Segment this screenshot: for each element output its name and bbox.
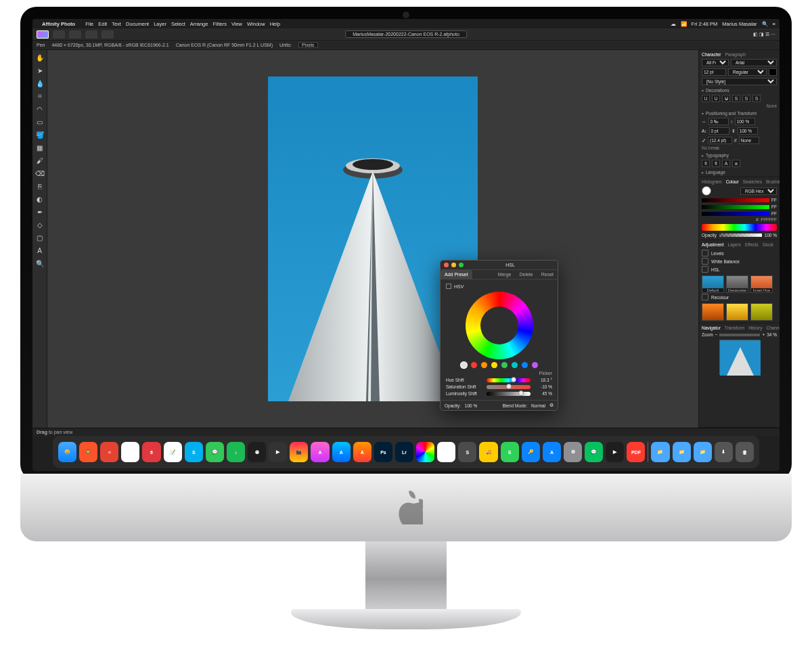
dock-sublime[interactable]: S (458, 442, 476, 462)
view-tool[interactable]: ✋ (35, 53, 45, 62)
tab-history[interactable]: History (748, 326, 762, 330)
dock-folder-2[interactable]: 📁 (673, 442, 691, 462)
paint-brush-tool[interactable]: 🖌 (35, 156, 45, 165)
luminosity-shift-value[interactable]: 45 % (533, 391, 552, 396)
hsl-preset-default[interactable]: Default (702, 275, 724, 293)
spectrum-bar[interactable] (702, 224, 777, 231)
dock-todoist[interactable]: ≡ (100, 442, 118, 462)
menu-help[interactable]: Help (270, 21, 280, 27)
dock-ia-writer[interactable]: iA (437, 442, 455, 462)
document-title[interactable]: MariusMasalar-20200222-Canon EOS R-2.afp… (345, 30, 467, 38)
baseline-input[interactable] (709, 127, 729, 135)
dock-folder-1[interactable]: 📁 (651, 442, 669, 462)
text-tool[interactable]: A (35, 246, 45, 255)
dock-finalcut[interactable]: 🎬 (290, 442, 308, 462)
decoration-button[interactable]: S (752, 95, 761, 102)
app-name[interactable]: Affinity Photo (42, 21, 75, 27)
font-size-input[interactable] (702, 68, 726, 76)
pen-tool[interactable]: ✒ (35, 207, 45, 217)
hue-shift-value[interactable]: 18.3 ° (533, 378, 552, 382)
saturation-shift-slider[interactable] (487, 385, 531, 389)
tab-stock[interactable]: Stock (763, 242, 773, 247)
menu-layer[interactable]: Layer (154, 21, 166, 27)
tone-mapping-persona[interactable] (85, 30, 97, 39)
spotlight-icon[interactable]: 🔍 (762, 21, 768, 27)
tab-layers[interactable]: Layers (728, 242, 742, 247)
tab-adjustment[interactable]: Adjustment (702, 242, 724, 247)
dock-brave[interactable]: 🦁 (79, 442, 97, 462)
hue-channel-dot[interactable] (471, 362, 477, 368)
tab-effects[interactable]: Effects (745, 242, 759, 247)
hsl-adjustment-panel[interactable]: HSL Add Preset Merge Delete Reset (440, 260, 558, 411)
decoration-button[interactable]: U (712, 95, 720, 102)
wifi-icon[interactable]: 📶 (681, 21, 687, 27)
picker-label[interactable]: Picker (446, 371, 552, 376)
tab-navigator[interactable]: Navigator (702, 326, 721, 330)
tab-paragraph[interactable]: Paragraph (725, 52, 746, 57)
hsl-opacity-value[interactable]: 100 % (465, 403, 477, 408)
merge-button[interactable]: Merge (494, 270, 516, 279)
dock-spotify[interactable]: ♪ (227, 442, 245, 462)
adj-hsl[interactable]: HSL (711, 267, 720, 272)
menu-file[interactable]: File (85, 21, 93, 27)
move-tool[interactable]: ➤ (35, 66, 45, 75)
dock-photoshop[interactable]: Ps (374, 442, 392, 462)
tab-character[interactable]: Character (702, 52, 721, 57)
tab-brushes[interactable]: Brushes (766, 179, 780, 184)
opacity-value[interactable]: 100 % (765, 233, 777, 238)
adj-white-balance[interactable]: White Balance (711, 259, 740, 264)
dock-transmit[interactable]: 🚚 (479, 442, 497, 462)
hue-channel-dot[interactable] (512, 362, 518, 368)
dock-music[interactable]: ▶ (606, 442, 624, 462)
dock-setapp[interactable]: S (501, 442, 519, 462)
adj-levels[interactable]: Levels (711, 251, 724, 256)
menu-filters[interactable]: Filters (212, 21, 226, 27)
delete-button[interactable]: Delete (515, 270, 537, 279)
tab-channels[interactable]: Channels (766, 326, 780, 330)
node-tool[interactable]: ◇ (35, 220, 45, 229)
hsl-blend-value[interactable]: Normal (531, 403, 545, 408)
gear-icon[interactable]: ⚙ (549, 403, 554, 408)
zoom-value[interactable]: 34 % (767, 332, 777, 337)
colour-mode-select[interactable]: RGB Hex (740, 187, 777, 195)
hue-wheel[interactable] (466, 292, 533, 359)
dock-affinity-photo[interactable]: A (311, 442, 329, 462)
typography-section[interactable]: Typography (702, 153, 777, 158)
tab-transform[interactable]: Transform (725, 326, 744, 330)
dock-affinity-designer[interactable]: A (332, 442, 351, 462)
hsl-preset-invert-hue[interactable]: Invert Hue (750, 275, 773, 293)
menu-text[interactable]: Text (112, 21, 121, 27)
dodge-tool[interactable]: ◐ (35, 194, 45, 204)
tab-swatches[interactable]: Swatches (743, 179, 762, 184)
primary-colour-swatch[interactable] (702, 186, 711, 196)
dock-slack[interactable]: # (121, 442, 139, 462)
zoom-tool[interactable]: 🔍 (35, 259, 45, 268)
dock-figma[interactable]: ◉ (248, 442, 266, 462)
dock-notes[interactable]: 📝 (164, 442, 182, 462)
dock-affinity-publisher[interactable]: A (353, 442, 371, 462)
decorations-section[interactable]: Decorations (702, 88, 777, 93)
font-family-select[interactable]: Arial (731, 59, 777, 66)
menubar-user[interactable]: Marius Masalar (722, 21, 757, 27)
opacity-slider[interactable] (719, 233, 762, 237)
dock-wechat[interactable]: 💬 (585, 442, 603, 462)
menubar-clock[interactable]: Fri 2:48 PM (692, 21, 718, 27)
scaley-input[interactable] (738, 127, 758, 135)
hex-value[interactable]: #: FFFFFF (702, 217, 777, 222)
font-weight-select[interactable]: Regular (728, 68, 767, 76)
scalex-input[interactable] (735, 118, 755, 125)
zoom-icon[interactable] (459, 263, 464, 267)
r-slider[interactable] (702, 198, 769, 202)
develop-persona[interactable] (69, 30, 81, 39)
dock-settings[interactable]: ⚙ (564, 442, 582, 462)
recolour-preset[interactable] (726, 303, 748, 321)
toolbar-group-icons[interactable]: ◧ ◨ ☰ ⋯ (753, 32, 775, 37)
recolour-preset[interactable] (702, 303, 724, 321)
menu-window[interactable]: Window (247, 21, 265, 27)
menu-document[interactable]: Document (126, 21, 149, 27)
hue-channel-dot[interactable] (501, 362, 508, 368)
decoration-button[interactable]: S (742, 95, 750, 102)
menu-edit[interactable]: Edit (98, 21, 107, 27)
hue-channel-dot[interactable] (481, 362, 487, 368)
language-section[interactable]: Language (702, 170, 777, 175)
